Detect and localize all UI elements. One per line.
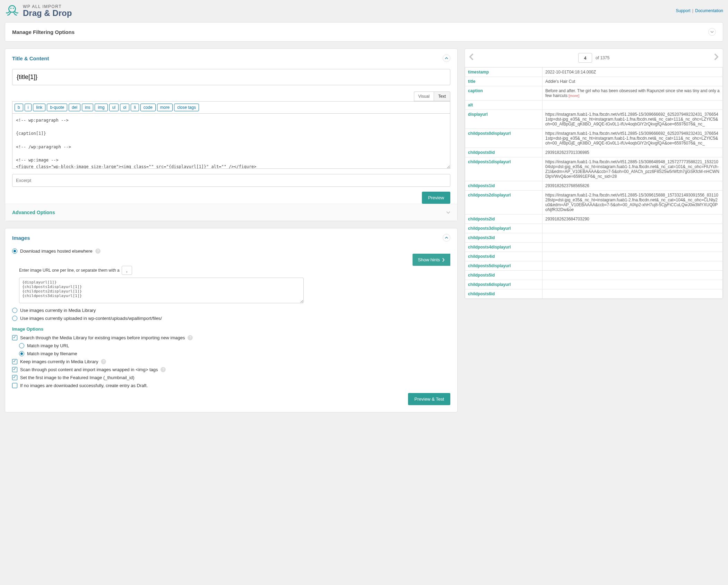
table-row[interactable]: displayurlhttps://instagram.fuab1-1.fna.…	[465, 110, 723, 129]
app-header: WP ALL IMPORT Drag & Drop Support | Docu…	[5, 0, 723, 22]
keep-images-checkbox[interactable]	[12, 359, 17, 364]
help-icon[interactable]: ?	[188, 335, 193, 340]
featured-image-checkbox[interactable]	[12, 375, 17, 380]
table-row[interactable]: captionBefore and after. The girl who ha…	[465, 86, 723, 101]
draft-on-fail-checkbox[interactable]	[12, 383, 17, 388]
quicktag-ins[interactable]: ins	[82, 104, 93, 111]
field-key: childposts1displayurl	[465, 157, 543, 181]
table-row[interactable]: childposts4displayurl	[465, 243, 723, 252]
field-value: 2939182623768565826	[542, 181, 722, 191]
advanced-options-label: Advanced Options	[12, 210, 55, 215]
preview-button[interactable]: Preview	[422, 192, 450, 204]
quicktag-li[interactable]: li	[131, 104, 139, 111]
use-uploads-radio[interactable]	[12, 316, 17, 321]
table-row[interactable]: childposts6displayurl	[465, 280, 723, 289]
advanced-options-toggle[interactable]: Advanced Options	[5, 204, 457, 221]
field-key: childposts3displayurl	[465, 224, 543, 233]
download-hosted-radio[interactable]	[12, 248, 17, 254]
record-navigation: of 1375	[465, 49, 723, 67]
table-row[interactable]: childposts3displayurl	[465, 224, 723, 233]
table-row[interactable]: childposts5id	[465, 271, 723, 280]
table-row[interactable]: alt	[465, 101, 723, 110]
title-content-toggle[interactable]	[443, 54, 450, 62]
help-icon[interactable]: ?	[95, 248, 101, 254]
quicktag-i[interactable]: i	[25, 104, 32, 111]
use-uploads-label: Use images currently uploaded in wp-cont…	[20, 316, 162, 321]
use-media-library-radio[interactable]	[12, 308, 17, 313]
quicktags-toolbar: bilinkb-quotedelinsimgulollicodemoreclos…	[12, 101, 450, 113]
filter-panel-toggle[interactable]	[708, 28, 716, 36]
table-row[interactable]: childposts2displayurlhttps://instagram.f…	[465, 191, 723, 215]
table-row[interactable]: childposts6id	[465, 289, 723, 299]
svg-point-1	[10, 8, 12, 9]
post-title-input[interactable]	[12, 69, 450, 85]
filter-panel-title: Manage Filtering Options	[12, 29, 75, 35]
quicktag-close-tags[interactable]: close tags	[174, 104, 199, 111]
field-value: https://instagram.fuab1-1.fna.fbcdn.net/…	[542, 157, 722, 181]
quicktag-del[interactable]: del	[69, 104, 80, 111]
image-urls-textarea[interactable]: {displayurl[1]} {childposts1displayurl[1…	[19, 278, 304, 303]
quicktag-ul[interactable]: ul	[109, 104, 119, 111]
field-key: childposts4id	[465, 252, 543, 261]
tab-visual[interactable]: Visual	[414, 91, 434, 101]
table-row[interactable]: timestamp2022-10-01T04:18:14.000Z	[465, 68, 723, 77]
quicktag-link[interactable]: link	[33, 104, 45, 111]
quicktag-img[interactable]: img	[95, 104, 107, 111]
field-key: childposts5id	[465, 271, 543, 280]
table-row[interactable]: childposts0id2939182623701336985	[465, 148, 723, 157]
url-instructions: Enter image URL one per line, or separat…	[19, 268, 120, 273]
field-key: childposts6id	[465, 289, 543, 299]
download-hosted-label: Download images hosted elsewhere	[20, 248, 93, 254]
scan-content-checkbox[interactable]	[12, 367, 17, 372]
more-link[interactable]: [more]	[567, 94, 579, 98]
tab-text[interactable]: Text	[434, 91, 450, 101]
separator-input[interactable]	[122, 266, 132, 275]
field-key: childposts2id	[465, 215, 543, 224]
field-value	[542, 271, 722, 280]
field-key: childposts2displayurl	[465, 191, 543, 215]
post-content-editor[interactable]: <!-- wp:paragraph --> {caption[1]} <!-- …	[12, 113, 450, 169]
excerpt-input[interactable]	[12, 174, 450, 187]
table-row[interactable]: titleAddie's Hair Cut	[465, 77, 723, 86]
field-key: childposts0id	[465, 148, 543, 157]
search-media-checkbox[interactable]	[12, 335, 17, 340]
next-record-button[interactable]	[714, 53, 719, 62]
help-icon[interactable]: ?	[161, 367, 166, 372]
documentation-link[interactable]: Documentation	[695, 8, 723, 13]
logo-text: WP ALL IMPORT Drag & Drop	[23, 4, 72, 17]
table-row[interactable]: childposts1id2939182623768565826	[465, 181, 723, 191]
table-row[interactable]: childposts0displayurlhttps://instagram.f…	[465, 129, 723, 148]
field-key: displayurl	[465, 110, 543, 129]
quicktag-more[interactable]: more	[157, 104, 173, 111]
table-row[interactable]: childposts4id	[465, 252, 723, 261]
match-by-url-radio[interactable]	[19, 343, 24, 348]
table-row[interactable]: childposts1displayurlhttps://instagram.f…	[465, 157, 723, 181]
use-media-library-label: Use images currently in Media Library	[20, 308, 96, 313]
table-row[interactable]: childposts5displayurl	[465, 261, 723, 271]
quicktag-b-quote[interactable]: b-quote	[47, 104, 67, 111]
quicktag-ol[interactable]: ol	[120, 104, 129, 111]
quicktag-code[interactable]: code	[140, 104, 156, 111]
quicktag-b[interactable]: b	[15, 104, 23, 111]
field-key: childposts3id	[465, 233, 543, 243]
preview-test-button[interactable]: Preview & Test	[408, 393, 450, 405]
images-toggle[interactable]	[443, 234, 450, 242]
link-separator: |	[692, 8, 693, 13]
show-hints-button[interactable]: Show hints	[413, 254, 451, 266]
help-icon[interactable]: ?	[101, 359, 106, 364]
prev-record-button[interactable]	[469, 53, 474, 62]
field-key: childposts0displayurl	[465, 129, 543, 148]
table-row[interactable]: childposts2id2939182623684703290	[465, 215, 723, 224]
field-value	[542, 243, 722, 252]
data-fields-table: timestamp2022-10-01T04:18:14.000ZtitleAd…	[465, 67, 723, 299]
record-of-label: of 1375	[596, 55, 609, 60]
table-row[interactable]: childposts3id	[465, 233, 723, 243]
title-content-heading: Title & Content	[12, 55, 49, 61]
match-by-filename-radio[interactable]	[19, 351, 24, 356]
support-link[interactable]: Support	[676, 8, 690, 13]
filter-panel[interactable]: Manage Filtering Options	[5, 22, 723, 42]
data-fields-scroll[interactable]: timestamp2022-10-01T04:18:14.000ZtitleAd…	[465, 67, 723, 299]
field-key: caption	[465, 86, 543, 101]
chevron-down-icon	[710, 30, 714, 34]
record-number-input[interactable]	[578, 53, 592, 63]
